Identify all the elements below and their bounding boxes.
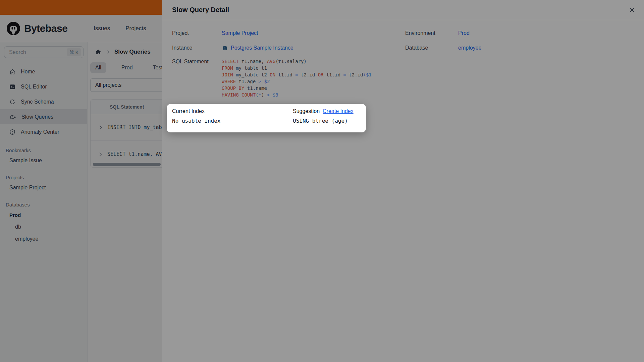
screen: Bytebase IssuesProjectsDatabases ⌘ K Hom… [0, 0, 644, 362]
popup-backdrop [0, 0, 644, 362]
suggestion-label: Suggestion [293, 108, 320, 114]
current-index-label: Current Index [172, 108, 293, 114]
suggestion-value: USING btree (age) [293, 118, 361, 124]
create-index-link[interactable]: Create Index [323, 108, 354, 114]
current-index-value: No usable index [172, 118, 293, 124]
index-suggestion-popup: Current Index Suggestion Create Index No… [167, 104, 366, 132]
